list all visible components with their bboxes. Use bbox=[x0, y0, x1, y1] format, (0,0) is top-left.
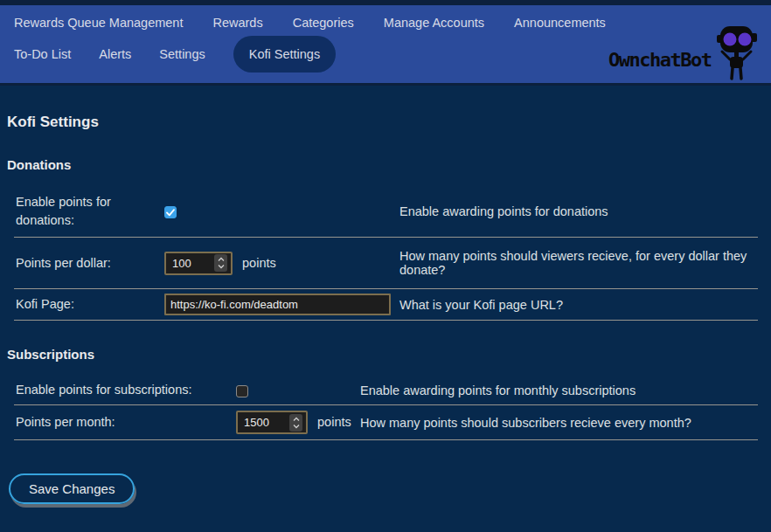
kofi-page-url-input[interactable] bbox=[164, 294, 391, 315]
field-label: Points per dollar: bbox=[14, 238, 163, 289]
number-spinner[interactable] bbox=[214, 254, 227, 272]
robot-icon bbox=[717, 26, 757, 79]
unit-suffix: points bbox=[242, 256, 276, 270]
field-label: Kofi Page: bbox=[14, 289, 163, 321]
checkmark-icon bbox=[166, 209, 175, 217]
donations-settings-table: Enable points for donations: Enable awar… bbox=[14, 186, 758, 321]
field-description: How many points should viewers recieve, … bbox=[398, 238, 758, 289]
points-per-dollar-input-box bbox=[164, 252, 233, 275]
enable-subscriptions-checkbox[interactable] bbox=[236, 385, 248, 397]
field-label: Points per month: bbox=[14, 405, 234, 440]
nav-item-alerts[interactable]: Alerts bbox=[99, 47, 131, 61]
spinner-up-down-icon bbox=[218, 257, 225, 269]
section-heading-donations: Donations bbox=[7, 157, 758, 172]
field-description: What is your Kofi page URL? bbox=[398, 289, 758, 321]
save-changes-button[interactable]: Save Changes bbox=[9, 473, 135, 504]
nav-item-categories[interactable]: Categories bbox=[293, 16, 354, 30]
nav-item-announcements[interactable]: Announcements bbox=[514, 16, 606, 30]
nav-item-rewards[interactable]: Rewards bbox=[212, 16, 262, 30]
page-title: Kofi Settings bbox=[7, 114, 758, 131]
nav-item-todo-list[interactable]: To-Do List bbox=[14, 47, 71, 61]
spinner-up-down-icon bbox=[293, 417, 300, 429]
row-enable-donations: Enable points for donations: Enable awar… bbox=[14, 186, 758, 238]
row-kofi-page: Kofi Page: What is your Kofi page URL? bbox=[14, 289, 758, 321]
number-spinner[interactable] bbox=[289, 414, 302, 432]
row-points-per-month: Points per month: points How many points… bbox=[14, 405, 758, 440]
top-navigation: Rewards Queue Management Rewards Categor… bbox=[0, 0, 771, 86]
field-label: Enable points for donations: bbox=[14, 186, 163, 238]
row-points-per-dollar: Points per dollar: points How many point… bbox=[14, 238, 758, 289]
unit-suffix: points bbox=[317, 415, 351, 429]
section-heading-subscriptions: Subscriptions bbox=[7, 347, 758, 362]
subscriptions-settings-table: Enable points for subscriptions: Enable … bbox=[14, 376, 758, 440]
nav-item-kofi-settings-active[interactable]: Kofi Settings bbox=[233, 36, 336, 73]
row-enable-subscriptions: Enable points for subscriptions: Enable … bbox=[14, 376, 758, 405]
ownchatbot-logo: OwnchatBot bbox=[608, 16, 766, 86]
field-description: Enable awarding points for monthly subsc… bbox=[358, 376, 758, 405]
field-description: How many points should subscribers recie… bbox=[358, 405, 758, 440]
nav-item-rewards-queue-management[interactable]: Rewards Queue Management bbox=[14, 16, 183, 30]
points-per-month-input[interactable] bbox=[238, 416, 289, 429]
points-per-dollar-input[interactable] bbox=[166, 257, 214, 270]
points-per-month-input-box bbox=[236, 411, 308, 434]
logo-text: OwnchatBot bbox=[608, 49, 712, 71]
nav-item-settings[interactable]: Settings bbox=[159, 47, 205, 61]
nav-item-manage-accounts[interactable]: Manage Accounts bbox=[384, 16, 484, 30]
main-content: Kofi Settings Donations Enable points fo… bbox=[0, 114, 771, 504]
field-label: Enable points for subscriptions: bbox=[14, 376, 234, 405]
enable-donations-checkbox[interactable] bbox=[164, 206, 177, 218]
field-description: Enable awarding points for donations bbox=[398, 186, 758, 238]
